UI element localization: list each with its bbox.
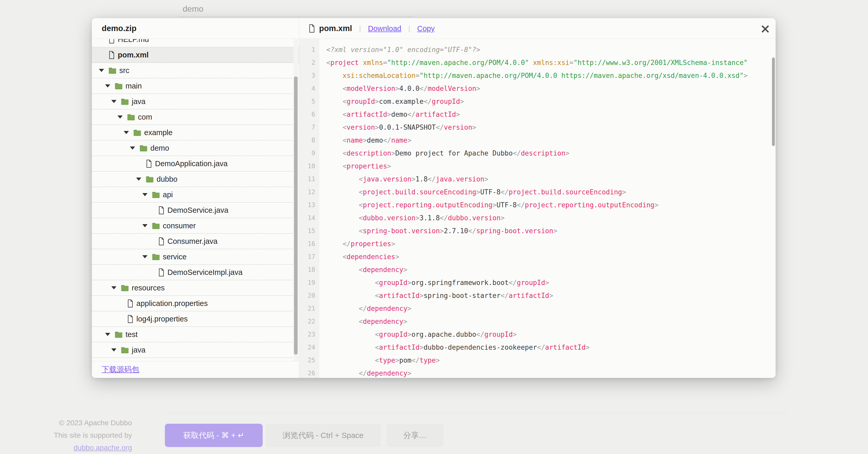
tree-item[interactable]: java — [92, 94, 299, 110]
code-line: 5 <groupId>com.example</groupId> — [299, 95, 776, 108]
line-number: 1 — [299, 43, 319, 56]
file-tree: HELP.mdpom.xmlsrcmainjavacomexampledemoD… — [92, 39, 299, 358]
line-number: 22 — [299, 315, 319, 328]
code-line: 15 <spring-boot.version>2.7.10</spring-b… — [299, 224, 776, 237]
get-code-button[interactable]: 获取代码 - ⌘ + ↵ — [165, 424, 263, 447]
line-number: 17 — [299, 250, 319, 263]
tree-scrollbar-thumb[interactable] — [294, 77, 298, 355]
tree-item[interactable]: demo — [92, 141, 299, 156]
code-line: 19 <groupId>org.springframework.boot</gr… — [299, 276, 776, 289]
tree-item-label: test — [125, 330, 138, 339]
code-line: 4 <modelVersion>4.0.0</modelVersion> — [299, 82, 776, 95]
tree-item[interactable]: Consumer.java — [92, 234, 299, 249]
tree-item-label: resources — [132, 284, 164, 292]
tree-item[interactable]: main — [92, 79, 299, 94]
code-line: 11 <java.version>1.8</java.version> — [299, 173, 776, 186]
line-number: 16 — [299, 237, 319, 250]
tree-item-label: Consumer.java — [167, 237, 217, 246]
code-line: 20 <artifactId>spring-boot-starter</arti… — [299, 289, 776, 302]
tree-item[interactable]: DemoApplication.java — [92, 156, 299, 172]
code-line: 9 <description>Demo project for Apache D… — [299, 147, 776, 160]
download-source-package-link[interactable]: 下载源码包 — [102, 364, 139, 375]
tree-item-label: example — [144, 128, 173, 137]
code-line-text: <groupId>org.apache.dubbo</groupId> — [319, 328, 517, 341]
file-icon — [108, 39, 115, 43]
folder-expand-arrow-icon[interactable] — [104, 333, 112, 336]
folder-expand-arrow-icon[interactable] — [110, 100, 118, 103]
zip-title: demo.zip — [102, 18, 136, 39]
code-line-text: <dependency> — [319, 315, 407, 328]
line-number: 3 — [299, 69, 319, 82]
tree-item-label: src — [119, 66, 129, 75]
code-line: 24 <artifactId>dubbo-dependencies-zookee… — [299, 341, 776, 354]
line-number: 2 — [299, 56, 319, 69]
file-icon — [158, 237, 164, 245]
tree-item-label: java — [132, 97, 146, 106]
tree-item[interactable]: pom.xml — [92, 48, 299, 63]
tree-item[interactable]: service — [92, 249, 299, 265]
tree-item-label: java — [132, 346, 146, 354]
code-line: 8 <name>demo</name> — [299, 134, 776, 147]
tree-item[interactable]: src — [92, 63, 299, 79]
folder-expand-arrow-icon[interactable] — [141, 193, 149, 196]
tree-item[interactable]: java — [92, 342, 299, 358]
tree-item-label: consumer — [163, 221, 196, 230]
tree-item[interactable]: example — [92, 125, 299, 141]
tree-item[interactable]: api — [92, 187, 299, 203]
close-icon[interactable] — [760, 24, 770, 34]
line-number: 6 — [299, 108, 319, 121]
tree-item[interactable]: resources — [92, 280, 299, 296]
folder-expand-arrow-icon[interactable] — [122, 131, 130, 134]
site-footer: © 2023 Apache Dubbo This site is support… — [39, 417, 132, 454]
file-icon — [108, 51, 115, 59]
code-line-text: <artifactId>demo</artifactId> — [319, 108, 460, 121]
folder-expand-arrow-icon[interactable] — [110, 349, 118, 352]
browse-code-button[interactable]: 浏览代码 - Ctrl + Space — [266, 424, 381, 447]
folder-icon — [152, 191, 160, 198]
code-line: 18 <dependency> — [299, 263, 776, 276]
folder-expand-arrow-icon[interactable] — [135, 178, 143, 181]
folder-expand-arrow-icon[interactable] — [129, 147, 136, 150]
copy-link[interactable]: Copy — [417, 24, 435, 33]
tree-item[interactable]: HELP.md — [92, 39, 299, 48]
line-number: 8 — [299, 134, 319, 147]
line-number: 5 — [299, 95, 319, 108]
tree-item[interactable]: application.properties — [92, 296, 299, 311]
folder-expand-arrow-icon[interactable] — [110, 286, 118, 290]
tree-item-label: service — [163, 253, 187, 261]
folder-expand-arrow-icon[interactable] — [141, 224, 149, 227]
code-line-text: <groupId>org.springframework.boot</group… — [319, 276, 549, 289]
tree-item-label: com — [138, 113, 152, 121]
folder-icon — [127, 114, 135, 121]
tree-item[interactable]: consumer — [92, 218, 299, 234]
download-link[interactable]: Download — [368, 24, 401, 33]
tree-item[interactable]: dubbo — [92, 172, 299, 187]
tree-item-label: DemoApplication.java — [155, 159, 227, 168]
folder-expand-arrow-icon[interactable] — [98, 69, 105, 72]
folder-expand-arrow-icon[interactable] — [104, 84, 112, 88]
code-line-text: <project xmlns="http://maven.apache.org/… — [319, 56, 748, 69]
tree-item-label: pom.xml — [118, 51, 149, 59]
tree-item[interactable]: log4j.properties — [92, 311, 299, 327]
code-line-text: <dubbo.version>3.1.8</dubbo.version> — [319, 211, 505, 224]
folder-expand-arrow-icon[interactable] — [141, 255, 149, 258]
tree-item[interactable]: DemoServiceImpl.java — [92, 265, 299, 280]
folder-icon — [121, 346, 129, 354]
tree-item[interactable]: test — [92, 327, 299, 342]
tree-item-label: HELP.md — [118, 39, 149, 44]
tree-item[interactable]: com — [92, 110, 299, 125]
copyright-text: © 2023 Apache Dubbo — [39, 417, 132, 429]
line-number: 7 — [299, 121, 319, 134]
dubbo-site-link[interactable]: dubbo.apache.org — [73, 444, 132, 452]
tree-item[interactable]: DemoService.java — [92, 203, 299, 218]
tree-item-label: DemoService.java — [167, 206, 228, 215]
share-button[interactable]: 分享… — [386, 424, 443, 447]
tree-item-label: dubbo — [157, 175, 178, 183]
line-number: 13 — [299, 199, 319, 211]
folder-expand-arrow-icon[interactable] — [116, 116, 124, 119]
code-scrollbar-thumb[interactable] — [772, 57, 775, 146]
code-line: 13 <project.reporting.outputEncoding>UTF… — [299, 199, 776, 211]
code-line-text: </dependency> — [319, 367, 411, 378]
code-line: 7 <version>0.0.1-SNAPSHOT</version> — [299, 121, 776, 134]
file-icon — [127, 315, 133, 323]
